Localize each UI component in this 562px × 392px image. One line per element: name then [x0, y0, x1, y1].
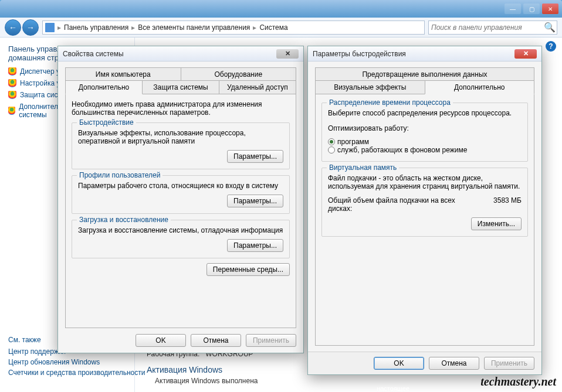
group-text: Файл подкачки - это область на жестком д…	[328, 174, 522, 190]
performance-options-dialog: Параметры быстродействия ✕ Предотвращени…	[307, 46, 542, 375]
titlebar: — ▢ ✕	[0, 0, 562, 18]
group-title: Профили пользователей	[77, 171, 162, 179]
shield-icon	[8, 79, 16, 87]
group-title: Виртуальная память	[327, 163, 399, 172]
group-title: Загрузка и восстановление	[77, 216, 171, 224]
minimize-button[interactable]: —	[505, 4, 521, 14]
crumb-2[interactable]: Система	[257, 23, 290, 32]
tab-advanced[interactable]: Дополнительно	[65, 80, 143, 94]
tab-dep[interactable]: Предотвращение выполнения данных	[315, 67, 534, 81]
crumb-sep: ▸	[252, 23, 257, 32]
vm-total-label: Общий объем файла подкачки на всех диска…	[328, 196, 463, 213]
tab-computer-name[interactable]: Имя компьютера	[65, 67, 181, 81]
startup-settings-button[interactable]: Параметры...	[227, 239, 283, 252]
search-icon[interactable]: 🔍	[545, 23, 554, 32]
performance-settings-button[interactable]: Параметры...	[227, 150, 283, 163]
activation-heading: Активация Windows	[147, 364, 258, 376]
profiles-settings-button[interactable]: Параметры...	[227, 195, 283, 207]
tab-advanced[interactable]: Дополнительно	[425, 80, 535, 94]
radio-label: программ	[337, 138, 369, 146]
tab-content: Распределение времени процессора Выберит…	[315, 94, 534, 346]
dialog-close-button[interactable]: ✕	[276, 49, 299, 59]
search-input[interactable]	[431, 23, 545, 32]
tab-hardware[interactable]: Оборудование	[181, 67, 297, 81]
tab-visual-effects[interactable]: Визуальные эффекты	[315, 80, 425, 94]
dialog-body: Имя компьютера Оборудование Дополнительн…	[58, 62, 303, 353]
performance-group: Быстродействие Визуальные эффекты, испол…	[72, 122, 290, 169]
ok-button[interactable]: OK	[136, 334, 186, 347]
taskbar-clock-fragment: настоящее	[377, 385, 409, 392]
tab-content: Необходимо иметь права администратора дл…	[65, 94, 296, 328]
ok-button[interactable]: OK	[374, 357, 424, 370]
radio-background[interactable]: служб, работающих в фоновом режиме	[328, 146, 467, 154]
group-text: Визуальные эффекты, использование процес…	[78, 129, 283, 145]
help-icon[interactable]: ?	[546, 41, 556, 52]
tab-remote[interactable]: Удаленный доступ	[219, 80, 296, 94]
vm-change-button[interactable]: Изменить...	[471, 217, 522, 230]
vm-total-value: 3583 МБ	[493, 196, 522, 213]
group-text: Выберите способ распределения ресурсов п…	[328, 109, 522, 117]
dialog-footer: OK Отмена Применить	[308, 352, 541, 374]
shield-icon	[8, 91, 16, 99]
shield-icon	[8, 107, 15, 115]
back-button[interactable]: ←	[5, 19, 21, 36]
crumb-0[interactable]: Панель управления	[62, 23, 131, 32]
forward-button[interactable]: →	[22, 19, 39, 36]
dialog-titlebar: Параметры быстродействия ✕	[308, 46, 541, 62]
close-button[interactable]: ✕	[542, 4, 558, 14]
dialog-close-button[interactable]: ✕	[514, 49, 537, 59]
radio-label: служб, работающих в фоновом режиме	[337, 146, 467, 154]
profiles-group: Профили пользователей Параметры рабочего…	[72, 175, 290, 214]
apply-button[interactable]: Применить	[484, 357, 534, 370]
crumb-1[interactable]: Все элементы панели управления	[136, 23, 252, 32]
address-bar[interactable]: ▸ Панель управления ▸ Все элементы панел…	[42, 21, 425, 35]
dialog-title: Свойства системы	[63, 50, 124, 58]
env-variables-button[interactable]: Переменные среды...	[206, 263, 290, 276]
crumb-sep: ▸	[131, 23, 136, 32]
radio-dot-icon	[328, 146, 335, 154]
dialog-title: Параметры быстродействия	[313, 50, 406, 58]
search-box[interactable]: 🔍	[428, 21, 557, 35]
group-text: Параметры рабочего стола, относящиеся ко…	[78, 182, 283, 190]
apply-button[interactable]: Применить	[246, 334, 296, 347]
radio-dot-icon	[328, 138, 335, 145]
crumb-sep: ▸	[57, 23, 62, 32]
dialog-titlebar: Свойства системы ✕	[58, 46, 303, 62]
activation-status: Активация Windows выполнена	[155, 376, 258, 386]
control-panel-icon	[45, 23, 55, 32]
cancel-button[interactable]: Отмена	[191, 334, 241, 347]
maximize-button[interactable]: ▢	[523, 4, 540, 14]
main-bottom: Рабочая группа: WORKGROUP Активация Wind…	[147, 349, 258, 386]
dialog-body: Предотвращение выполнения данных Визуаль…	[308, 62, 541, 352]
radio-programs[interactable]: программ	[328, 138, 369, 146]
system-properties-dialog: Свойства системы ✕ Имя компьютера Оборуд…	[57, 46, 304, 353]
startup-group: Загрузка и восстановление Загрузка и вос…	[72, 220, 290, 258]
sidebar-bottom-link-2[interactable]: Счетчики и средства производительности	[8, 367, 145, 378]
watermark: techmastery.net	[480, 375, 556, 388]
shield-icon	[8, 67, 16, 76]
sidebar-bottom-link-1[interactable]: Центр обновления Windows	[8, 357, 145, 367]
cancel-button[interactable]: Отмена	[429, 357, 479, 370]
optimize-label: Оптимизировать работу:	[328, 124, 522, 132]
group-title: Распределение времени процессора	[327, 98, 453, 107]
scheduling-group: Распределение времени процессора Выберит…	[321, 103, 528, 162]
group-title: Быстродействие	[77, 118, 136, 127]
intro-text: Необходимо иметь права администратора дл…	[72, 100, 290, 117]
nav-row: ← → ▸ Панель управления ▸ Все элементы п…	[0, 18, 562, 38]
virtual-memory-group: Виртуальная память Файл подкачки - это о…	[321, 168, 528, 237]
group-text: Загрузка и восстановление системы, отлад…	[78, 226, 283, 234]
tab-protection[interactable]: Защита системы	[142, 80, 219, 94]
